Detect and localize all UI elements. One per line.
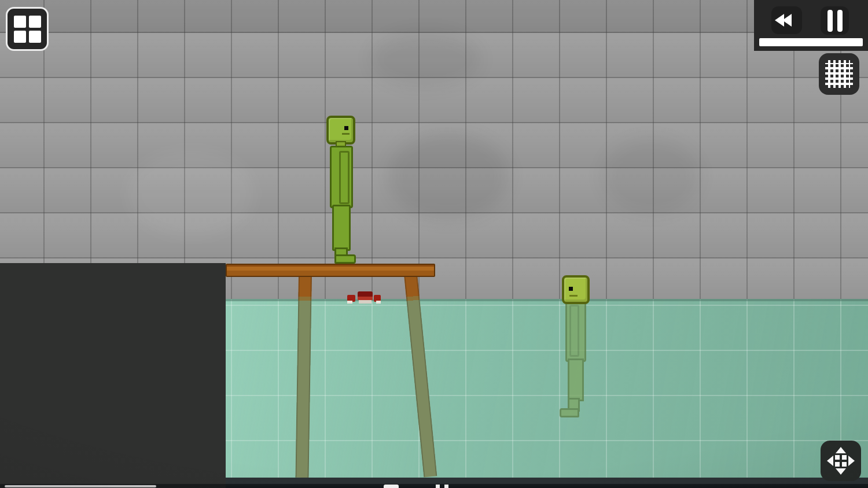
- person-arm: [569, 305, 579, 357]
- mesh-grid-icon: [825, 60, 853, 88]
- playback-panel: [754, 0, 868, 51]
- red-item-center-chunk: [358, 291, 373, 304]
- red-item-right-chunk: [374, 295, 381, 302]
- person-mouth: [342, 133, 350, 135]
- person-legs: [568, 358, 584, 401]
- water-pool: [226, 299, 868, 480]
- person-arm: [339, 151, 350, 204]
- rewind-icon: [782, 14, 792, 27]
- person-torso: [565, 301, 586, 362]
- person-torso: [330, 146, 353, 208]
- person-foot: [334, 254, 356, 264]
- rewind-button[interactable]: [771, 6, 802, 34]
- progress-bar: [759, 38, 863, 46]
- cutoff-text-fragment: [384, 485, 399, 488]
- melon-person-swimming[interactable]: [558, 274, 589, 417]
- floating-red-item[interactable]: [346, 290, 382, 306]
- person-mouth: [569, 295, 578, 297]
- wooden-table-top[interactable]: [226, 264, 435, 277]
- game-viewport: [0, 0, 868, 488]
- person-eye: [569, 287, 573, 291]
- melon-person-standing[interactable]: [324, 114, 354, 261]
- cutoff-text-fragment: [444, 485, 448, 488]
- pause-button[interactable]: [821, 6, 849, 35]
- wall-smudge: [602, 139, 700, 214]
- wall-highlight: [127, 150, 255, 237]
- menu-button[interactable]: [6, 7, 49, 51]
- person-foot: [560, 408, 579, 417]
- bottom-panel-edge: [5, 485, 156, 487]
- red-item-left-chunk: [347, 295, 355, 302]
- dark-platform-block[interactable]: [0, 263, 226, 488]
- person-head: [562, 275, 590, 304]
- person-head: [326, 116, 355, 145]
- wall-smudge: [370, 32, 480, 87]
- cutoff-text-fragment: [436, 485, 440, 488]
- person-eye: [344, 126, 348, 130]
- menu-window-grid-icon: [14, 16, 41, 43]
- move-arrows-icon: [827, 448, 854, 474]
- person-legs: [332, 205, 351, 251]
- pause-icon: [837, 10, 843, 32]
- grid-tool-button[interactable]: [819, 53, 859, 95]
- wall-top-shade: [0, 0, 868, 33]
- pause-icon: [827, 10, 833, 32]
- wall-smudge: [388, 133, 509, 220]
- move-tool-button[interactable]: [821, 441, 861, 481]
